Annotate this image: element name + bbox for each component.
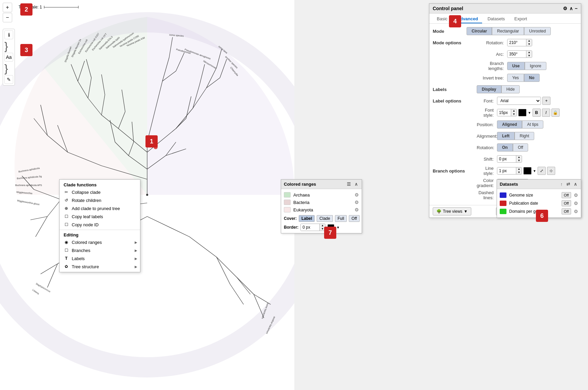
shift-value[interactable]	[497, 156, 516, 162]
shift-up-btn[interactable]: ▲	[516, 156, 522, 159]
arc-up-btn[interactable]: ▲	[526, 51, 532, 54]
branches-item[interactable]: ☐ Branches ▶	[60, 246, 140, 254]
font-size-up-btn[interactable]: ▲	[511, 109, 517, 113]
domains-per-genome-color[interactable]	[500, 209, 506, 214]
bacteria-color[interactable]	[284, 200, 291, 205]
tree-views-arrow: ▼	[464, 209, 468, 214]
font-color-dropdown[interactable]: ▼	[528, 111, 531, 115]
font-size-input[interactable]: ▲ ▼	[497, 109, 517, 116]
labels-item[interactable]: T Labels ▶	[60, 254, 140, 262]
list-icon-btn[interactable]: ☰	[346, 181, 352, 187]
bold-btn[interactable]: B	[533, 109, 541, 117]
rotation-down-btn[interactable]: ▼	[526, 43, 532, 46]
upload-icon-btn[interactable]: ↑	[560, 181, 564, 187]
tab-datasets[interactable]: Datasets	[483, 15, 509, 23]
rotation-up-btn[interactable]: ▲	[526, 39, 532, 43]
font-size-down-btn[interactable]: ▼	[511, 113, 517, 116]
colored-ranges-label: Colored ranges	[72, 240, 102, 245]
domains-per-genome-toggle[interactable]: Off	[562, 208, 571, 214]
collapse-up-icon[interactable]: ∧	[569, 6, 573, 11]
rotate-children-item[interactable]: ↺ Rotate children	[60, 196, 140, 204]
zoom-in-button[interactable]: +	[3, 3, 12, 12]
lock-btn[interactable]: 🔒	[551, 109, 560, 117]
copy-labels-item[interactable]: ☐ Copy leaf labels	[60, 212, 140, 221]
labels-display-btn[interactable]: Display	[477, 85, 501, 93]
font-select[interactable]: Arial Helvetica Times New Roman	[497, 97, 541, 105]
publication-date-color[interactable]	[500, 201, 506, 206]
branch-ignore-btn[interactable]: Ignore	[525, 62, 546, 70]
minimize-icon[interactable]: −	[575, 6, 578, 11]
invert-yes-btn[interactable]: Yes	[507, 74, 524, 82]
rotation-off-btn[interactable]: Off	[513, 143, 528, 152]
genome-size-toggle[interactable]: Off	[562, 192, 571, 198]
line-width-down-btn[interactable]: ▼	[516, 171, 522, 174]
publication-date-gear-icon[interactable]: ⚙	[574, 201, 578, 206]
eukaryota-color[interactable]	[284, 207, 291, 212]
collapse-ranges-btn[interactable]: ∧	[354, 181, 359, 187]
refresh-icon-btn[interactable]: ⇄	[565, 181, 571, 187]
genome-size-color[interactable]	[500, 192, 506, 198]
position-aligned-btn[interactable]: Aligned	[497, 120, 522, 129]
add-clade-item[interactable]: ⊕ Add clade to pruned tree	[60, 204, 140, 212]
font-icon-button[interactable]: Aa	[4, 53, 13, 62]
archaea-color[interactable]	[284, 192, 291, 198]
arc-input[interactable]: ▲ ▼	[507, 50, 532, 58]
line-color-dropdown[interactable]: ▼	[533, 169, 536, 173]
line-color-swatch[interactable]	[523, 167, 532, 175]
line-width-up-btn[interactable]: ▲	[516, 167, 522, 171]
position-at-tips-btn[interactable]: At tips	[522, 120, 543, 129]
rotation-on-btn[interactable]: On	[497, 143, 513, 152]
expand-btn[interactable]: ⤢	[538, 167, 546, 175]
border-value[interactable]	[301, 224, 319, 231]
alignment-right-btn[interactable]: Right	[515, 132, 534, 140]
info-icon-button[interactable]: ℹ	[4, 30, 13, 39]
genome-size-gear-icon[interactable]: ⚙	[574, 192, 578, 198]
italic-btn[interactable]: I	[542, 109, 550, 117]
publication-date-toggle[interactable]: Off	[562, 200, 571, 206]
collapse-clade-item[interactable]: ✂ Collapse clade	[60, 188, 140, 196]
branch-style-btn[interactable]: ⊹	[547, 167, 555, 175]
rotation-input[interactable]: ▲ ▼	[507, 39, 532, 46]
collapse-datasets-btn[interactable]: ∧	[573, 181, 578, 187]
arc-down-btn[interactable]: ▼	[526, 54, 532, 58]
zoom-controls: + −	[3, 3, 12, 22]
border-input[interactable]: ▲ ▼	[300, 224, 325, 231]
eukaryota-gear-icon[interactable]: ⚙	[355, 207, 359, 212]
tab-export[interactable]: Export	[510, 15, 531, 23]
arc-value[interactable]	[507, 51, 526, 58]
line-width-value[interactable]	[497, 167, 516, 174]
cover-label: Cover:	[284, 216, 297, 221]
tree-views-button[interactable]: 🌳 Tree views ▼	[433, 207, 471, 215]
line-width-input[interactable]: ▲ ▼	[497, 167, 522, 175]
cover-clade-btn[interactable]: Clade	[317, 215, 333, 222]
domains-per-genome-gear-icon[interactable]: ⚙	[574, 209, 578, 214]
font-size-value[interactable]	[497, 109, 511, 116]
tree-structure-item[interactable]: ✿ Tree structure ▶	[60, 262, 140, 271]
font-color-swatch[interactable]	[518, 109, 526, 116]
colored-ranges-item[interactable]: ◉ Colored ranges ▶	[60, 238, 140, 246]
copy-node-item[interactable]: ☐ Copy node ID	[60, 221, 140, 229]
edit-icon-button[interactable]: ✎	[4, 75, 13, 84]
cover-off-btn[interactable]: Off	[349, 215, 360, 222]
archaea-gear-icon[interactable]: ⚙	[355, 192, 359, 198]
shift-input[interactable]: ▲ ▼	[497, 155, 522, 163]
shift-down-btn[interactable]: ▼	[516, 159, 522, 162]
add-font-btn[interactable]: +	[542, 97, 550, 105]
cover-label-btn[interactable]: Label	[299, 215, 315, 222]
bacteria-gear-icon[interactable]: ⚙	[355, 200, 359, 205]
settings-icon[interactable]: ⚙	[563, 6, 567, 11]
mode-rectangular-btn[interactable]: Rectangular	[492, 27, 524, 35]
border-color-dropdown[interactable]: ▼	[336, 226, 340, 229]
labels-hide-btn[interactable]: Hide	[501, 85, 520, 93]
copy-node-label: Copy node ID	[72, 222, 99, 227]
mode-unrooted-btn[interactable]: Unrooted	[524, 27, 551, 35]
rotation-value[interactable]	[507, 39, 526, 46]
tree-structure-arrow: ▶	[135, 265, 137, 269]
shift-label: Shift:	[477, 157, 497, 162]
alignment-left-btn[interactable]: Left	[497, 132, 515, 140]
zoom-out-button[interactable]: −	[3, 13, 12, 22]
branch-use-btn[interactable]: Use	[507, 62, 525, 70]
cover-full-btn[interactable]: Full	[335, 215, 347, 222]
mode-circular-btn[interactable]: Circular	[467, 27, 492, 35]
invert-no-btn[interactable]: No	[524, 74, 540, 82]
